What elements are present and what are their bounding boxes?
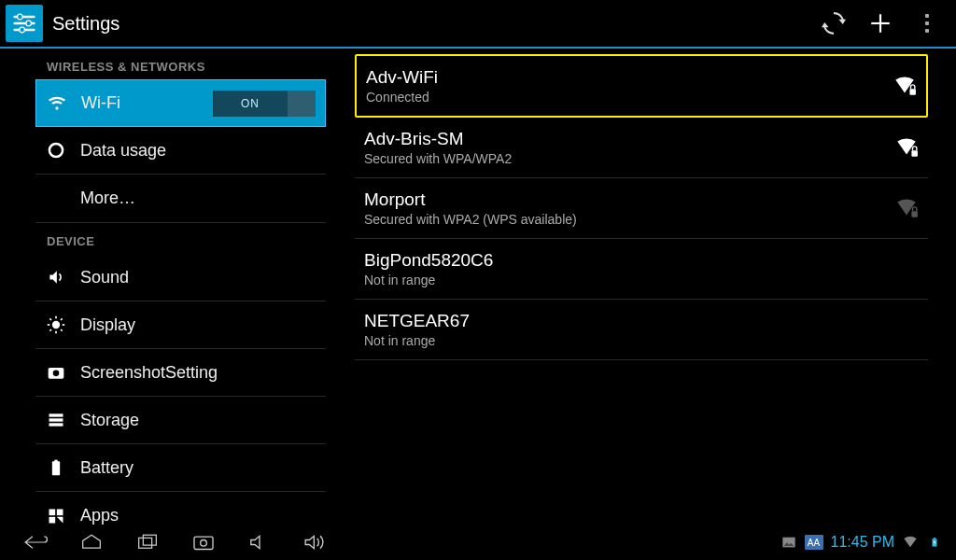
storage-icon bbox=[47, 411, 73, 429]
sidebar-item-storage[interactable]: Storage bbox=[35, 397, 326, 444]
wifi-toggle[interactable]: ON bbox=[213, 91, 316, 117]
action-bar: Settings bbox=[0, 0, 956, 49]
section-header-wireless: WIRELESS & NETWORKS bbox=[35, 49, 326, 79]
wifi-signal-icon bbox=[894, 317, 919, 342]
sound-icon bbox=[47, 268, 73, 287]
svg-rect-29 bbox=[911, 211, 918, 217]
section-header-device: DEVICE bbox=[35, 222, 326, 254]
add-network-button[interactable] bbox=[857, 0, 904, 47]
svg-rect-23 bbox=[54, 460, 57, 463]
picture-icon bbox=[780, 534, 797, 551]
network-row[interactable]: NETGEAR67Not in range bbox=[355, 300, 928, 360]
network-status: Connected bbox=[366, 90, 893, 105]
back-button[interactable] bbox=[7, 525, 63, 560]
network-status: Not in range bbox=[364, 273, 894, 287]
toggle-on-label: ON bbox=[213, 91, 288, 117]
wifi-icon bbox=[48, 94, 74, 113]
svg-rect-20 bbox=[49, 418, 63, 421]
recents-button[interactable] bbox=[120, 525, 176, 560]
network-row[interactable]: MorportSecured with WPA2 (WPS available) bbox=[355, 178, 928, 239]
wifi-network-list: Adv-WiFiConnectedAdv-Bris-SMSecured with… bbox=[336, 49, 956, 525]
svg-point-33 bbox=[201, 540, 207, 547]
volume-up-button[interactable] bbox=[288, 525, 344, 560]
svg-rect-26 bbox=[49, 516, 56, 523]
wifi-signal-icon bbox=[894, 135, 919, 160]
data-usage-icon bbox=[47, 141, 73, 160]
svg-line-13 bbox=[49, 318, 51, 320]
camera-icon bbox=[47, 363, 73, 382]
apps-icon bbox=[47, 507, 73, 525]
sidebar-item-data-usage[interactable]: Data usage bbox=[35, 127, 326, 175]
wifi-signal-icon bbox=[894, 196, 919, 220]
battery-icon bbox=[47, 458, 73, 477]
clock: 11:45 PM bbox=[831, 534, 894, 551]
sidebar-item-screenshot[interactable]: ScreenshotSetting bbox=[35, 349, 326, 397]
sidebar-item-wifi[interactable]: Wi-Fi ON bbox=[35, 79, 326, 127]
network-ssid: Morport bbox=[364, 189, 894, 210]
svg-rect-36 bbox=[934, 538, 936, 539]
network-ssid: NETGEAR67 bbox=[364, 311, 894, 331]
settings-app-icon bbox=[6, 5, 43, 42]
svg-point-4 bbox=[26, 21, 32, 26]
sidebar-item-more[interactable]: More… bbox=[35, 175, 326, 222]
storage-label: Storage bbox=[80, 411, 139, 430]
svg-line-14 bbox=[61, 329, 63, 331]
wifi-signal-icon bbox=[893, 74, 917, 98]
wifi-signal-icon bbox=[894, 257, 919, 281]
screenshot-label: ScreenshotSetting bbox=[80, 363, 218, 383]
network-status: Secured with WPA/WPA2 bbox=[364, 151, 894, 166]
svg-rect-27 bbox=[909, 89, 916, 95]
main-content: WIRELESS & NETWORKS Wi-Fi ON Data usage … bbox=[0, 49, 956, 525]
svg-point-3 bbox=[18, 14, 23, 20]
apps-label: Apps bbox=[80, 506, 119, 525]
wifi-label: Wi-Fi bbox=[81, 93, 120, 113]
system-nav-bar: AA 11:45 PM bbox=[0, 525, 956, 560]
svg-line-15 bbox=[49, 329, 51, 331]
sidebar-item-apps[interactable]: Apps bbox=[35, 492, 326, 525]
network-status: Not in range bbox=[364, 333, 894, 348]
settings-sidebar: WIRELESS & NETWORKS Wi-Fi ON Data usage … bbox=[0, 49, 336, 525]
svg-rect-22 bbox=[52, 461, 60, 475]
wps-button[interactable] bbox=[810, 0, 857, 47]
svg-rect-19 bbox=[49, 413, 63, 416]
svg-rect-32 bbox=[194, 537, 213, 549]
svg-line-16 bbox=[61, 318, 63, 320]
svg-point-8 bbox=[52, 321, 60, 329]
toggle-knob bbox=[288, 91, 316, 117]
svg-point-18 bbox=[53, 371, 60, 377]
svg-rect-31 bbox=[143, 535, 156, 545]
screenshot-button[interactable] bbox=[176, 525, 232, 560]
svg-rect-25 bbox=[57, 509, 63, 515]
sound-label: Sound bbox=[80, 268, 129, 287]
display-label: Display bbox=[80, 315, 135, 335]
display-icon bbox=[47, 315, 73, 334]
svg-rect-28 bbox=[911, 150, 918, 157]
wifi-status-icon bbox=[902, 534, 919, 551]
volume-down-button[interactable] bbox=[232, 525, 288, 560]
page-title: Settings bbox=[52, 13, 120, 35]
keyboard-indicator: AA bbox=[805, 535, 823, 550]
sidebar-item-display[interactable]: Display bbox=[35, 301, 326, 349]
network-ssid: Adv-Bris-SM bbox=[364, 129, 894, 149]
svg-rect-30 bbox=[139, 538, 152, 548]
sidebar-item-battery[interactable]: Battery bbox=[35, 444, 326, 492]
home-button[interactable] bbox=[63, 525, 120, 560]
svg-point-5 bbox=[20, 27, 25, 33]
overflow-menu[interactable] bbox=[904, 0, 950, 47]
svg-rect-24 bbox=[49, 509, 56, 515]
status-tray[interactable]: AA 11:45 PM bbox=[780, 534, 949, 551]
svg-rect-21 bbox=[49, 423, 63, 426]
network-ssid: Adv-WiFi bbox=[366, 67, 893, 88]
network-row[interactable]: BigPond5820C6Not in range bbox=[355, 239, 928, 300]
more-label: More… bbox=[80, 189, 135, 208]
network-status: Secured with WPA2 (WPS available) bbox=[364, 212, 894, 227]
network-row[interactable]: Adv-WiFiConnected bbox=[355, 54, 928, 118]
sidebar-item-sound[interactable]: Sound bbox=[35, 254, 326, 301]
network-row[interactable]: Adv-Bris-SMSecured with WPA/WPA2 bbox=[355, 118, 928, 178]
network-ssid: BigPond5820C6 bbox=[364, 250, 894, 271]
data-usage-label: Data usage bbox=[80, 141, 166, 161]
battery-status-icon bbox=[926, 534, 943, 551]
battery-label: Battery bbox=[80, 458, 134, 478]
